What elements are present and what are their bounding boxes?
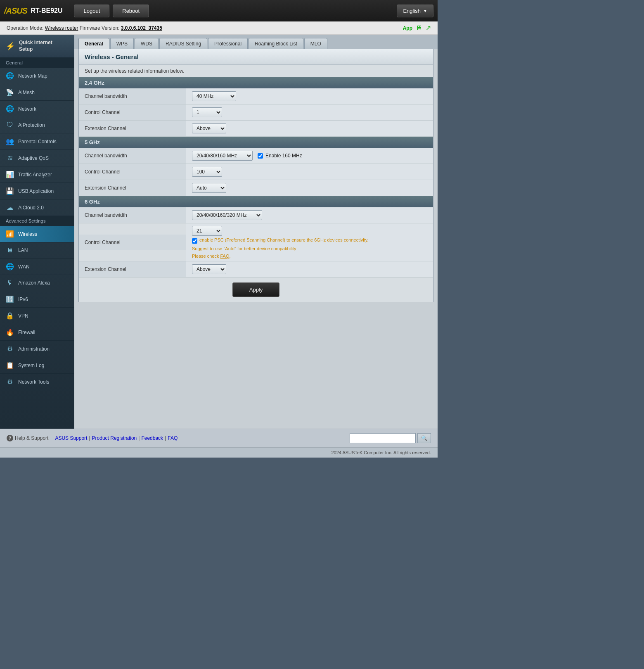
tab-general[interactable]: General — [78, 38, 109, 49]
amazon-alexa-icon: 🎙 — [6, 279, 14, 287]
section-advanced-label: Advanced Settings — [0, 216, 74, 226]
sidebar-item-aiprotection[interactable]: 🛡 AiProtection — [0, 117, 74, 133]
sidebar-item-firewall[interactable]: 🔥 Firewall — [0, 324, 74, 341]
psc-checkbox-label: enable PSC (Preferred Scanning Channel) … — [199, 237, 368, 242]
sidebar-item-wireless[interactable]: 📶 Wireless — [0, 226, 74, 242]
nav-label-wireless: Wireless — [18, 231, 37, 237]
tab-radius-setting[interactable]: RADIUS Setting — [159, 38, 207, 49]
5ghz-channel-bandwidth-label: Channel bandwidth — [79, 148, 186, 164]
5ghz-channel-bandwidth-select[interactable]: 20/40/80/160 MHz 20/40/80 MHz 20/40 MHz … — [192, 151, 253, 161]
firmware-version: 3.0.0.6.102_37435 — [121, 25, 162, 31]
enable-160-label[interactable]: Enable 160 MHz — [258, 153, 302, 159]
sidebar-item-vpn[interactable]: 🔒 VPN — [0, 308, 74, 324]
vpn-icon: 🔒 — [6, 312, 14, 320]
tab-wps[interactable]: WPS — [110, 38, 134, 49]
aimesh-icon: 📡 — [6, 88, 14, 96]
model-name: RT-BE92U — [31, 7, 62, 14]
copyright-bar: 2024 ASUSTeK Computer Inc. All rights re… — [0, 447, 438, 458]
6ghz-extension-channel-value: Above Below Auto — [186, 261, 433, 277]
footer-search: 🔍 — [350, 433, 431, 443]
help-icon: ? — [7, 435, 13, 441]
5ghz-extension-channel-row: Extension Channel Auto Above Below — [79, 180, 433, 196]
psc-checkbox[interactable] — [192, 238, 197, 244]
6ghz-extension-channel-select[interactable]: Above Below Auto — [192, 264, 226, 274]
tabs-bar: General WPS WDS RADIUS Setting Professio… — [74, 35, 438, 49]
band-6ghz-header: 6 GHz — [79, 196, 433, 207]
sep1: | — [89, 435, 90, 441]
op-icons: App 🖥 ↗ — [403, 24, 431, 32]
lan-icon: 🖥 — [6, 247, 14, 254]
quick-internet-setup[interactable]: ⚡ Quick InternetSetup — [0, 35, 74, 58]
nav-label-ipv6: IPv6 — [18, 297, 28, 302]
help-label: Help & Support — [15, 435, 48, 441]
24ghz-extension-channel-select[interactable]: Above Below — [192, 123, 226, 133]
enable-160-checkbox[interactable] — [258, 153, 263, 159]
language-button[interactable]: English ▼ — [397, 5, 433, 17]
usb-application-icon: 💾 — [6, 187, 14, 195]
5ghz-control-channel-row: Control Channel 100 36404448 52566064 Au… — [79, 164, 433, 180]
6ghz-channel-bandwidth-value: 20/40/80/160/320 MHz 20/40/80/160 MHz 20… — [186, 207, 433, 223]
sidebar-item-lan[interactable]: 🖥 LAN — [0, 242, 74, 259]
panel-subtitle: Set up the wireless related information … — [79, 65, 433, 77]
5ghz-extension-channel-select[interactable]: Auto Above Below — [192, 183, 226, 193]
sidebar-item-parental-controls[interactable]: 👥 Parental Controls — [0, 133, 74, 150]
search-icon: 🔍 — [421, 435, 427, 441]
nav-label-usb-application: USB Application — [18, 188, 54, 194]
6ghz-channel-bandwidth-select[interactable]: 20/40/80/160/320 MHz 20/40/80/160 MHz 20… — [192, 210, 262, 220]
section-general-label: General — [0, 58, 74, 68]
sidebar-item-network[interactable]: 🌐 Network — [0, 101, 74, 117]
sidebar-item-usb-application[interactable]: 💾 USB Application — [0, 183, 74, 199]
tab-wds[interactable]: WDS — [135, 38, 159, 49]
parental-controls-icon: 👥 — [6, 138, 14, 145]
tab-mlo[interactable]: MLO — [304, 38, 327, 49]
screen-icon[interactable]: 🖥 — [416, 24, 422, 32]
sidebar-item-amazon-alexa[interactable]: 🎙 Amazon Alexa — [0, 275, 74, 291]
footer: ? Help & Support ASUS Support | Product … — [0, 429, 438, 447]
aiprotection-icon: 🛡 — [6, 121, 14, 129]
24ghz-extension-channel-label: Extension Channel — [79, 121, 186, 136]
op-mode-link[interactable]: Wireless router — [45, 25, 78, 31]
sidebar-item-network-tools[interactable]: ⚙ Network Tools — [0, 374, 74, 390]
asus-support-link[interactable]: ASUS Support — [55, 435, 87, 441]
5ghz-control-channel-value: 100 36404448 52566064 Auto — [186, 164, 433, 180]
sidebar-item-adaptive-qos[interactable]: ≋ Adaptive QoS — [0, 150, 74, 166]
5ghz-control-channel-select[interactable]: 100 36404448 52566064 Auto — [192, 167, 222, 177]
chevron-down-icon: ▼ — [423, 9, 427, 13]
faq-link[interactable]: FAQ — [220, 254, 229, 259]
help-support[interactable]: ? Help & Support — [7, 435, 48, 441]
sidebar-item-traffic-analyzer[interactable]: 📊 Traffic Analyzer — [0, 166, 74, 183]
sidebar-item-wan[interactable]: 🌐 WAN — [0, 259, 74, 275]
5ghz-channel-bandwidth-value: 20/40/80/160 MHz 20/40/80 MHz 20/40 MHz … — [186, 148, 433, 164]
wireless-icon: 📶 — [6, 230, 14, 238]
reboot-button[interactable]: Reboot — [113, 5, 149, 17]
tab-roaming-block-list[interactable]: Roaming Block List — [249, 38, 303, 49]
sidebar-item-network-map[interactable]: 🌐 Network Map — [0, 68, 74, 84]
search-input[interactable] — [350, 433, 416, 443]
copyright-text: 2024 ASUSTeK Computer Inc. All rights re… — [331, 450, 431, 455]
psc-hint1: Suggest to use "Auto" for better device … — [192, 246, 368, 251]
24ghz-channel-bandwidth-select[interactable]: 20 MHz 40 MHz 20/40 MHz — [192, 91, 236, 101]
band-24ghz-header: 2.4 GHz — [79, 77, 433, 88]
firewall-icon: 🔥 — [6, 328, 14, 336]
sidebar-item-ipv6[interactable]: 🔢 IPv6 — [0, 291, 74, 308]
6ghz-control-channel-row: Control Channel 21 15913 17252933 374145… — [79, 223, 433, 261]
apply-button[interactable]: Apply — [232, 282, 280, 297]
feedback-link[interactable]: Feedback — [141, 435, 163, 441]
sidebar-item-aicloud[interactable]: ☁ AiCloud 2.0 — [0, 199, 74, 216]
24ghz-channel-bandwidth-label: Channel bandwidth — [79, 88, 186, 104]
6ghz-extension-channel-label: Extension Channel — [79, 261, 186, 277]
6ghz-control-channel-select[interactable]: 21 15913 17252933 37414549 53576165 6973… — [192, 226, 222, 236]
24ghz-control-channel-select[interactable]: 1 2345 6789 1011Auto — [192, 107, 222, 117]
product-registration-link[interactable]: Product Registration — [92, 435, 137, 441]
share-icon[interactable]: ↗ — [426, 24, 431, 32]
logout-button[interactable]: Logout — [74, 5, 109, 17]
search-button[interactable]: 🔍 — [417, 433, 431, 443]
faq-footer-link[interactable]: FAQ — [168, 435, 178, 441]
enable-160-text: Enable 160 MHz — [265, 153, 302, 159]
sidebar-item-aimesh[interactable]: 📡 AiMesh — [0, 84, 74, 101]
network-map-icon: 🌐 — [6, 72, 14, 80]
tab-professional[interactable]: Professional — [208, 38, 248, 49]
sidebar-item-administration[interactable]: ⚙ Administration — [0, 341, 74, 357]
sidebar-item-system-log[interactable]: 📋 System Log — [0, 357, 74, 374]
6ghz-control-channel-value: 21 15913 17252933 37414549 53576165 6973… — [186, 223, 433, 261]
